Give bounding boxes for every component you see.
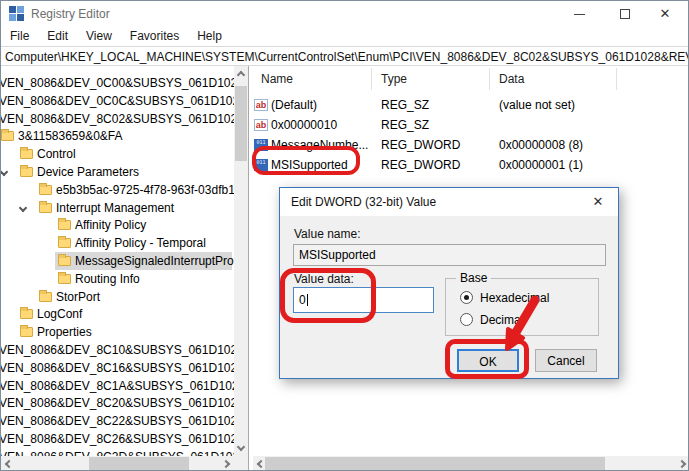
tree-item[interactable]: VEN_8086&DEV_8C22&SUBSYS_061D1028&R [1,413,234,431]
tree-item-label: VEN_8086&DEV_0C0C&SUBSYS_061D1028& [1,94,234,108]
tree-item[interactable]: VEN_8086&DEV_0C0C&SUBSYS_061D1028& [1,93,234,111]
edit-dword-dialog: Edit DWORD (32-bit) Value ✕ Value name: … [279,187,619,379]
tree-item[interactable]: LogConf [1,306,234,324]
radio-unselected-icon[interactable] [460,313,473,326]
value-name[interactable]: (Default) [271,98,317,112]
panel-divider[interactable] [248,66,249,471]
value-data: (value not set) [499,98,575,112]
tree-item[interactable]: Affinity Policy - Temporal [1,235,234,253]
menu-file[interactable]: File [1,27,38,43]
tree-item-label: Affinity Policy - Temporal [75,236,206,250]
column-header-data[interactable]: Data [499,72,524,86]
radio-selected-icon[interactable] [460,291,473,304]
tree-item[interactable]: VEN_8086&DEV_8C20&SUBSYS_061D1028&R [1,395,234,413]
value-name-input[interactable]: MSISupported [293,244,606,266]
close-icon: ✕ [660,6,671,21]
tree-item[interactable]: Control [1,146,234,164]
tree-item-label: StorPort [56,290,100,304]
tree-item[interactable]: MessageSignaledInterruptPro [1,253,234,271]
ok-button[interactable]: OK [457,349,519,372]
scroll-thumb[interactable] [265,457,605,471]
tree-vertical-scrollbar[interactable] [234,66,248,456]
tree-item[interactable]: Device Parameters [1,164,234,182]
maximize-icon [620,9,630,19]
tree-item-label: VEN_8086&DEV_8C26&SUBSYS_061D1028&R [1,432,234,446]
window-title: Registry Editor [31,7,110,21]
menu-help[interactable]: Help [188,27,231,43]
list-row[interactable]: ab0x00000010REG_SZ [251,116,689,135]
scroll-thumb[interactable] [89,457,189,471]
tree-item[interactable]: VEN_8086&DEV_8C2D&SUBSYS_061D1028& [1,449,234,456]
value-data: 0x00000001 (1) [499,158,583,172]
value-name-text: MSISupported [299,248,376,262]
tree-item-label: Device Parameters [37,165,139,179]
tree-item[interactable]: VEN_8086&DEV_8C26&SUBSYS_061D1028&R [1,431,234,449]
radio-hexadecimal-label: Hexadecimal [480,291,549,305]
tree-item-label: VEN_8086&DEV_8C16&SUBSYS_061D1028&R [1,361,234,375]
tree-item-label: Control [37,147,76,161]
tree-item[interactable]: VEN_8086&DEV_0C00&SUBSYS_061D1028&R [1,75,234,93]
chevron-down-icon[interactable] [19,203,27,211]
folder-icon [39,185,52,195]
scroll-thumb[interactable] [235,86,247,161]
tree-item-label: VEN_8086&DEV_8C20&SUBSYS_061D1028&R [1,396,234,410]
column-header-name[interactable]: Name [261,72,293,86]
value-data-input[interactable]: 0 [293,287,434,313]
folder-icon [58,274,71,284]
folder-icon [39,292,52,302]
dialog-title: Edit DWORD (32-bit) Value [291,195,436,209]
list-row[interactable]: ab(Default)REG_SZ(value not set) [251,96,689,115]
scroll-down-icon[interactable] [237,443,245,451]
reg-dword-icon: 011 [254,139,268,151]
menu-view[interactable]: View [77,27,121,43]
column-header-type[interactable]: Type [381,72,407,86]
tree-item[interactable]: VEN_8086&DEV_8C1A&SUBSYS_061D1028& [1,378,234,396]
scroll-left-icon[interactable] [5,460,13,468]
value-data-label: Value data: [294,272,354,286]
tree-item-label: VEN_8086&DEV_8C1A&SUBSYS_061D1028& [1,379,234,393]
menu-edit[interactable]: Edit [38,27,77,43]
list-horizontal-scrollbar[interactable] [253,456,689,471]
value-name[interactable]: MessageNumbe... [271,138,368,152]
registry-editor-icon [9,6,25,22]
tree-item[interactable]: Routing Info [1,271,234,289]
scroll-right-icon[interactable] [678,460,686,468]
tree-item[interactable]: Properties [1,324,234,342]
close-button[interactable]: ✕ [648,1,682,27]
tree-item[interactable]: VEN_8086&DEV_8C16&SUBSYS_061D1028&R [1,360,234,378]
tree-item[interactable]: 3&11583659&0&FA [1,128,234,146]
scroll-up-icon[interactable] [237,71,245,79]
column-separator[interactable] [616,68,617,90]
list-row[interactable]: 011MessageNumbe...REG_DWORD0x00000008 (8… [251,136,689,155]
tree-item[interactable]: VEN_8086&DEV_8C02&SUBSYS_061D1028&R [1,111,234,129]
value-name[interactable]: MSISupported [271,158,348,172]
tree-item-label: LogConf [37,307,82,321]
column-separator[interactable] [371,68,372,90]
tree-item[interactable]: VEN_8086&DEV_8C10&SUBSYS_061D1028&R [1,342,234,360]
minimize-button[interactable] [562,1,596,27]
tree-item[interactable]: Interrupt Management [1,200,234,218]
value-name[interactable]: 0x00000010 [271,118,337,132]
column-separator[interactable] [489,68,490,90]
dialog-title-bar: Edit DWORD (32-bit) Value ✕ [280,188,618,216]
maximize-button[interactable] [608,1,642,27]
folder-icon [20,327,33,337]
tree-item[interactable]: Affinity Policy [1,217,234,235]
scroll-right-icon[interactable] [222,460,230,468]
menu-favorites[interactable]: Favorites [121,27,188,43]
tree-item-label: Interrupt Management [56,201,174,215]
tree-item-label: Routing Info [75,272,140,286]
folder-icon [58,220,71,230]
list-row[interactable]: 011MSISupportedREG_DWORD0x00000001 (1) [251,156,689,175]
tree-horizontal-scrollbar[interactable] [1,456,234,471]
registry-editor-window: Registry Editor ✕ FileEditViewFavoritesH… [0,0,689,471]
chevron-down-icon[interactable] [1,168,8,176]
address-bar[interactable]: Computer\HKEY_LOCAL_MACHINE\SYSTEM\Curre… [1,46,688,66]
tree-item-label: Properties [37,325,92,339]
dialog-close-button[interactable]: ✕ [587,194,609,212]
minimize-icon [574,14,585,15]
tree-item[interactable]: e5b3b5ac-9725-4f78-963f-03dfb1 [1,182,234,200]
scroll-left-icon[interactable] [257,460,265,468]
tree-item[interactable]: StorPort [1,289,234,307]
cancel-button[interactable]: Cancel [535,349,597,372]
